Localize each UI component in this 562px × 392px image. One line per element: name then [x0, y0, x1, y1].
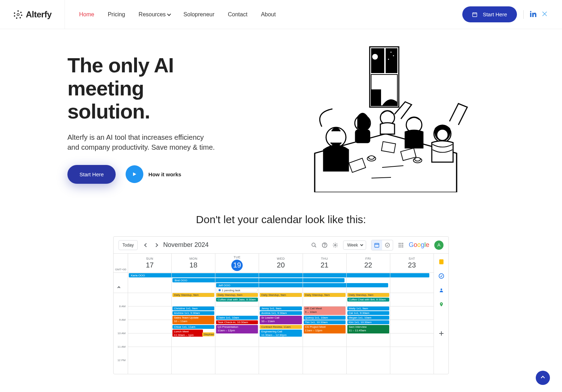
- calendar-event[interactable]: Tim 1x1, 10:30am: [304, 320, 346, 324]
- calendar-event[interactable]: Sam Interview11 – 11:45am: [347, 325, 389, 333]
- calendar-event[interactable]: Sr Leader Call10 – 11am: [260, 316, 302, 324]
- svg-point-49: [398, 244, 400, 245]
- svg-rect-43: [375, 243, 379, 247]
- scroll-to-top-button[interactable]: [536, 371, 550, 385]
- grid-column[interactable]: [128, 293, 171, 374]
- svg-point-15: [391, 52, 392, 53]
- calendar-event[interactable]: Andrew 1x1, 9:30am: [172, 311, 214, 315]
- prev-week-button[interactable]: [142, 241, 150, 249]
- grid-column[interactable]: Daily Standup, 9amChristine 1x1, 9amAndr…: [171, 293, 215, 374]
- keep-icon[interactable]: [438, 259, 445, 265]
- how-it-works-button[interactable]: How it works: [126, 165, 181, 183]
- day-column[interactable]: THU21: [303, 254, 346, 272]
- settings-icon[interactable]: [332, 242, 338, 248]
- svg-point-35: [415, 158, 420, 161]
- calendar-event[interactable]: HR Call Meet9 – 10am: [304, 307, 346, 315]
- calendar-event[interactable]: Cal 1x1, 9:30am: [347, 311, 389, 315]
- calendar-event[interactable]: Wally 1x1, 9am: [347, 307, 389, 310]
- calendar-event[interactable]: Stephanie/Andrew: [202, 332, 215, 336]
- calendar-event[interactable]: Coffee Chat with Brit, 8:30am: [347, 298, 389, 302]
- svg-point-58: [441, 303, 442, 304]
- svg-point-16: [393, 55, 394, 56]
- svg-rect-55: [439, 259, 443, 264]
- grid-column[interactable]: Daily Standup, 9amCoffee chat with Jake,…: [215, 293, 259, 374]
- day-column[interactable]: MON18: [171, 254, 215, 272]
- day-number: 19: [231, 260, 243, 271]
- contacts-icon[interactable]: [438, 287, 445, 293]
- grid-column[interactable]: Daily Standup, 9amHR Call Meet9 – 10amQu…: [303, 293, 346, 374]
- nav-home[interactable]: Home: [79, 11, 94, 18]
- chevron-down-icon: [167, 12, 171, 16]
- day-column[interactable]: FRI22: [346, 254, 390, 272]
- hero-start-button[interactable]: Start Here: [67, 165, 116, 184]
- calendar-event[interactable]: Daily Standup, 9am: [172, 293, 214, 297]
- calendar-event[interactable]: Daily Standup, 9am: [347, 293, 389, 297]
- calendar-event[interactable]: Daily Standup, 9am: [260, 293, 302, 297]
- logo[interactable]: Alterfy: [0, 0, 65, 29]
- calendar-event[interactable]: Kim 1x1, 10:30am: [347, 320, 389, 324]
- calendar-event[interactable]: Chloe 1x1, 11am: [172, 325, 214, 329]
- tasks-icon[interactable]: [438, 273, 445, 279]
- user-avatar[interactable]: A: [434, 241, 443, 250]
- nav-contact[interactable]: Contact: [228, 11, 247, 18]
- calendar-event[interactable]: Daily Standup, 9am: [304, 293, 346, 297]
- day-name: MON: [189, 257, 198, 260]
- help-icon[interactable]: [322, 242, 327, 248]
- day-column[interactable]: WED20: [259, 254, 302, 272]
- logo-text: Alterfy: [26, 10, 52, 20]
- day-column[interactable]: SAT23: [390, 254, 434, 272]
- today-button[interactable]: Today: [119, 240, 138, 250]
- calendar-event[interactable]: Task Check-in, 10:30am: [216, 320, 258, 324]
- calendar-event[interactable]: Engineering Call11:30am – 12:30pm: [260, 330, 302, 337]
- linkedin-icon[interactable]: [530, 11, 536, 18]
- calendar-event[interactable]: Daily Standup, 9am: [216, 293, 258, 297]
- svg-point-46: [398, 243, 400, 244]
- play-icon: [126, 165, 143, 183]
- nav-solopreneur[interactable]: Solopreneur: [183, 11, 214, 18]
- calendar-event[interactable]: Jenny 1x1, 9am: [260, 307, 302, 310]
- main-nav: Home Pricing Resources Solopreneur Conta…: [65, 11, 462, 18]
- grid-column[interactable]: [390, 293, 434, 374]
- day-column[interactable]: SUN17: [128, 254, 171, 272]
- hero-section: The only AI meeting solution. Alterfy is…: [0, 29, 562, 214]
- calendar-event[interactable]: Q3 Presentation11am – 12pm: [216, 325, 258, 333]
- add-addon-icon[interactable]: [438, 330, 445, 337]
- calendar-event[interactable]: Andrea 1x1, 9:30am: [260, 311, 302, 315]
- apps-icon[interactable]: [398, 242, 404, 248]
- nav-resources[interactable]: Resources: [139, 11, 170, 18]
- next-week-button[interactable]: [152, 241, 160, 249]
- calendar-view-button[interactable]: [371, 240, 382, 250]
- day-number: 18: [189, 261, 197, 269]
- nav-about[interactable]: About: [261, 11, 276, 18]
- expand-icon[interactable]: [118, 285, 120, 289]
- nav-pricing[interactable]: Pricing: [108, 11, 125, 18]
- divider: [523, 10, 524, 19]
- calendar-event[interactable]: Sales Team Update10 – 11am: [172, 316, 214, 324]
- hour-label: 10 AM: [114, 332, 128, 345]
- day-name: SAT: [409, 257, 415, 260]
- svg-point-5: [16, 17, 17, 18]
- pending-task[interactable]: 1 pending task: [216, 288, 258, 292]
- search-icon[interactable]: [311, 242, 317, 248]
- day-column[interactable]: TUE19: [215, 254, 259, 272]
- calendar-event[interactable]: Claire 1x1, 10am: [216, 316, 258, 320]
- tasks-view-button[interactable]: [382, 240, 393, 250]
- calendar-event[interactable]: Contract Review, 11am: [260, 325, 302, 329]
- maps-icon[interactable]: [438, 301, 445, 308]
- calendar-section: Don't let your calendar look like this: …: [0, 214, 562, 388]
- start-here-button[interactable]: Start Here: [462, 6, 517, 22]
- grid-column[interactable]: Daily Standup, 9amJenny 1x1, 9amAndrea 1…: [259, 293, 302, 374]
- x-twitter-icon[interactable]: [541, 11, 548, 18]
- svg-point-4: [20, 17, 21, 18]
- calendar-event[interactable]: CS Project Meet11am – 12pm: [304, 325, 346, 333]
- calendar-event[interactable]: Quincy 1x1, 10am: [304, 316, 346, 320]
- calendar-event[interactable]: Christine 1x1, 9am: [172, 307, 214, 310]
- calendar-event[interactable]: Lunch Meet11:30am – 1pm: [172, 330, 203, 337]
- view-selector[interactable]: Week: [343, 241, 366, 250]
- svg-rect-14: [386, 48, 397, 73]
- hour-label: 8 AM: [114, 305, 128, 318]
- calendar-event[interactable]: Coffee chat with Jake, 8:30am: [216, 298, 258, 302]
- addon-sidebar: [434, 254, 448, 374]
- grid-column[interactable]: Daily Standup, 9amCoffee Chat with Brit,…: [346, 293, 390, 374]
- calendar-event[interactable]: Megan 1x1, 10am: [347, 316, 389, 320]
